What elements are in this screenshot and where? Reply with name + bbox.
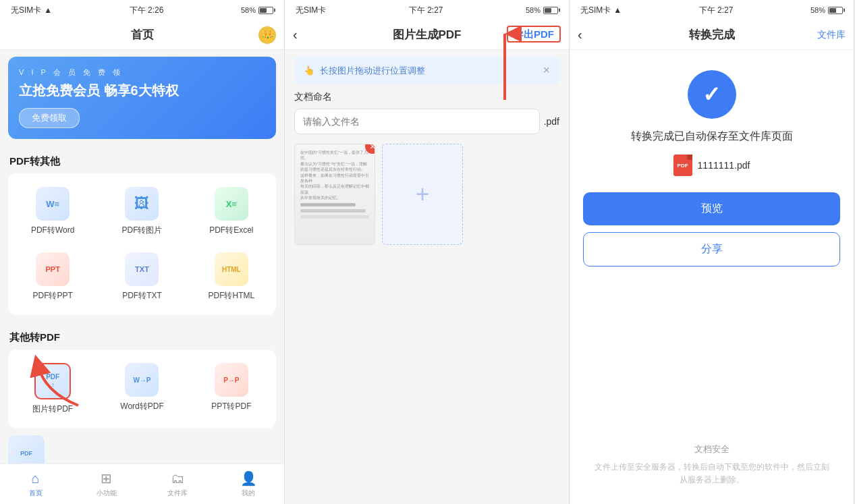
form-label: 文档命名	[294, 91, 559, 103]
section-title-pdf2other: PDF转其他	[0, 146, 284, 173]
bottom-nav-profile[interactable]: 👤 我的	[213, 470, 284, 498]
pdf2word-icon: W≡	[36, 187, 70, 221]
pdf2excel-icon: X≡	[215, 187, 248, 221]
success-message: 转换完成已自动保存至文件库页面	[631, 130, 793, 144]
battery-pct-3: 58%	[810, 6, 825, 14]
bottom-nav-home[interactable]: ⌂ 首页	[0, 471, 71, 498]
image-canvas: 在中国的"习惯性失忆"一说，提供了几些。 看法认为"习惯性"与"失忆"一说，理解…	[285, 144, 569, 245]
security-title: 文档安全	[594, 443, 829, 455]
phone3: 无SIM卡 ▲ 下午 2:27 58% ‹ 转换完成 文件库 ✓ 转换完成已自动…	[570, 0, 854, 504]
nav-title-1: 首页	[131, 27, 154, 43]
tool-pdf2image[interactable]: 🖼 PDF转图片	[97, 179, 186, 244]
preview-button[interactable]: 预览	[583, 192, 840, 225]
nav-bar-1: 首页 👑	[0, 20, 284, 50]
tool-pdf2html[interactable]: HTML PDF转HTML	[187, 244, 276, 310]
export-pdf-button[interactable]: 导出PDF	[507, 28, 561, 41]
input-suffix: .pdf	[544, 116, 559, 127]
conversion-done-area: ✓ 转换完成已自动保存至文件库页面 PDF 1111111.pdf 预览 分享 …	[570, 50, 854, 504]
vip-top-text: V I P 会 员 免 费 领	[19, 67, 265, 78]
home-icon: ⌂	[32, 471, 40, 486]
extra-tool-icon: PDF	[8, 435, 45, 464]
pdf2html-label: PDF转HTML	[208, 290, 254, 302]
tool-pdf2word[interactable]: W≡ PDF转Word	[8, 179, 97, 244]
success-circle: ✓	[688, 70, 736, 119]
pdf2word-label: PDF转Word	[31, 225, 74, 236]
tool-word2pdf[interactable]: W→P Word转PDF	[97, 355, 186, 423]
security-desc: 文件上传至安全服务器，转换后自动下载至您的软件中，然后立刻从服务器上删除。	[594, 461, 829, 486]
vip-banner[interactable]: V I P 会 员 免 费 领 立抢免费会员 畅享6大特权 免费领取	[8, 57, 276, 139]
pdf-file-icon: PDF	[673, 155, 692, 176]
bottom-nav-tools[interactable]: ⊞ 小功能	[71, 470, 142, 498]
ppt2pdf-label: PPT转PDF	[211, 401, 251, 412]
pdf2html-icon: HTML	[215, 252, 248, 286]
status-right-3: 58%	[810, 6, 843, 14]
tool-pdf2ppt[interactable]: PPT PDF转PPT	[8, 244, 97, 310]
bottom-nav-home-label: 首页	[29, 488, 43, 498]
form-section: 文档命名 .pdf	[285, 91, 569, 134]
bottom-nav-1: ⌂ 首页 ⊞ 小功能 🗂 文件库 👤 我的	[0, 464, 284, 504]
screen-content-1: V I P 会 员 免 费 领 立抢免费会员 畅享6大特权 免费领取 PDF转其…	[0, 50, 284, 464]
tool-grid-pdf2other: W≡ PDF转Word 🖼 PDF转图片 X≡ PDF转Excel PPT	[8, 173, 276, 315]
tool-img2pdf[interactable]: PDF↑ 图片转PDF	[8, 355, 97, 423]
battery-fill-3	[829, 8, 836, 13]
pdf2excel-label: PDF转Excel	[209, 225, 253, 236]
tip-bar: 👆 长按图片拖动进行位置调整 ×	[294, 57, 559, 84]
tools-icon: ⊞	[101, 470, 112, 486]
filename-input[interactable]	[294, 109, 540, 134]
battery-fill-1	[260, 8, 267, 13]
security-section: 文档安全 文件上传至安全服务器，转换后自动下载至您的软件中，然后立刻从服务器上删…	[583, 432, 840, 497]
pdf2ppt-label: PDF转PPT	[32, 290, 72, 302]
share-button[interactable]: 分享	[583, 232, 840, 267]
crown-icon[interactable]: 👑	[258, 26, 276, 44]
checkmark-icon: ✓	[702, 82, 721, 107]
battery-fill-2	[545, 8, 551, 13]
carrier-2: 无SIM卡	[296, 5, 326, 16]
ppt2pdf-icon: P→P	[215, 363, 248, 397]
export-pdf-label: 导出PDF	[507, 26, 561, 43]
share-label: 分享	[701, 243, 723, 254]
tool-pdf2txt[interactable]: TXT PDF转TXT	[97, 244, 186, 310]
wifi-icon-3: ▲	[613, 5, 622, 15]
carrier-1: 无SIM卡	[11, 5, 41, 16]
bottom-nav-profile-label: 我的	[242, 488, 255, 498]
status-bar-3: 无SIM卡 ▲ 下午 2:27 58%	[570, 0, 854, 20]
img-line-3	[300, 215, 369, 219]
add-icon: +	[415, 180, 429, 208]
battery-icon-3	[828, 7, 843, 14]
time-2: 下午 2:27	[409, 5, 443, 16]
status-bar-2: 无SIM卡 下午 2:27 58%	[285, 0, 569, 20]
tool-grid-other2pdf: PDF↑ 图片转PDF W→P Word转PDF P→P PPT转PDF	[8, 349, 276, 428]
library-icon: 🗂	[171, 471, 184, 486]
form-input-row: .pdf	[294, 109, 559, 134]
back-button-3[interactable]: ‹	[578, 27, 582, 43]
pdf-label: PDF	[678, 163, 688, 169]
bottom-nav-library[interactable]: 🗂 文件库	[142, 471, 213, 498]
status-right-1: 58%	[241, 6, 273, 14]
file-row: PDF 1111111.pdf	[673, 155, 750, 176]
battery-pct-2: 58%	[526, 6, 541, 14]
phone1: 无SIM卡 ▲ 下午 2:26 58% 首页 👑 V I P 会 员 免 费 领…	[0, 0, 285, 504]
screen-content-2: 👆 长按图片拖动进行位置调整 × 文档命名 .pdf 在中国的"习惯性失忆"一说…	[285, 50, 569, 504]
tool-pdf2excel[interactable]: X≡ PDF转Excel	[187, 179, 276, 244]
vip-claim-button[interactable]: 免费领取	[19, 108, 80, 128]
tool-ppt2pdf[interactable]: P→P PPT转PDF	[187, 355, 276, 423]
thumb-text: 在中国的"习惯性失忆"一说，提供了几些。 看法认为"习惯性"与"失忆"一说，理解…	[300, 150, 369, 201]
library-button[interactable]: 文件库	[817, 29, 846, 41]
img2pdf-icon: PDF↑	[34, 363, 71, 399]
battery-icon-1	[258, 7, 273, 14]
section-title-other2pdf: 其他转PDF	[0, 322, 284, 349]
time-1: 下午 2:26	[130, 5, 164, 16]
profile-icon: 👤	[240, 470, 257, 486]
status-right-2: 58%	[526, 6, 558, 14]
back-button-2[interactable]: ‹	[293, 27, 298, 43]
bottom-nav-library-label: 文件库	[167, 488, 188, 498]
time-3: 下午 2:27	[699, 5, 734, 16]
nav-bar-3: ‹ 转换完成 文件库	[570, 20, 854, 50]
thumb-content: 在中国的"习惯性失忆"一说，提供了几些。 看法认为"习惯性"与"失忆"一说，理解…	[295, 144, 375, 244]
bottom-nav-tools-label: 小功能	[96, 488, 117, 498]
add-image-button[interactable]: +	[382, 144, 463, 245]
tip-text: 长按图片拖动进行位置调整	[320, 65, 543, 77]
tip-close-button[interactable]: ×	[543, 63, 550, 78]
file-name: 1111111.pdf	[698, 160, 750, 171]
word2pdf-icon: W→P	[125, 363, 159, 397]
